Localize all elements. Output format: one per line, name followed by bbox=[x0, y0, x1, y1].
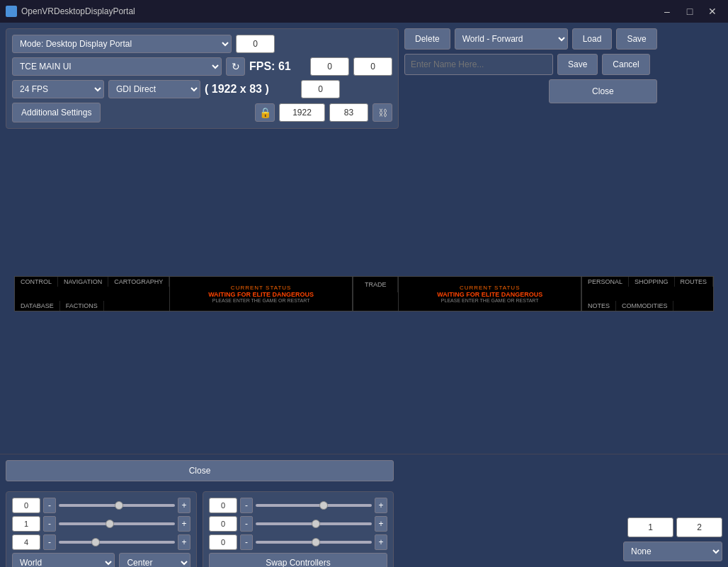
slider-right-track-1[interactable] bbox=[256, 522, 372, 525]
slider-left-val-2[interactable] bbox=[12, 534, 40, 550]
left-current-status: CURRENT STATUS bbox=[231, 285, 292, 291]
none-select[interactable]: None bbox=[623, 542, 722, 561]
left-status: CURRENT STATUS WAITING FOR ELITE DANGERO… bbox=[170, 277, 353, 311]
offset-y-input[interactable] bbox=[310, 57, 349, 76]
slider-left-plus-2[interactable]: + bbox=[178, 534, 190, 550]
slider-left-val-0[interactable] bbox=[12, 498, 40, 513]
slider-right-plus-2[interactable]: + bbox=[375, 534, 387, 550]
sliders-right-box: - + - + - bbox=[203, 491, 394, 567]
slider-left-track-2[interactable] bbox=[59, 541, 175, 544]
slider-right-val-0[interactable] bbox=[209, 498, 237, 513]
render-select[interactable]: GDI Direct bbox=[108, 80, 200, 98]
swap-row: Swap Controllers bbox=[209, 553, 387, 567]
top-panel: Mode: Desktop Display Portal TCE MAIN UI… bbox=[6, 23, 722, 134]
refresh-button[interactable]: ↻ bbox=[226, 57, 245, 76]
scale-input[interactable] bbox=[301, 80, 340, 98]
right-status-sub: PLEASE ENTER THE GAME OR RESTART bbox=[441, 298, 539, 303]
sliders-left-box: - + - + - bbox=[6, 491, 197, 567]
link-button[interactable]: ⛓ bbox=[372, 103, 392, 122]
slider-left-plus-0[interactable]: + bbox=[178, 498, 190, 513]
slider-left-minus-2[interactable]: - bbox=[43, 534, 56, 550]
height-input[interactable] bbox=[329, 103, 368, 122]
num-input-2[interactable] bbox=[676, 517, 722, 537]
fps-label: FPS: 61 bbox=[249, 60, 306, 73]
right-current-status: CURRENT STATUS bbox=[460, 285, 521, 291]
slider-right-plus-0[interactable]: + bbox=[375, 498, 387, 513]
close-main-button[interactable]: Close bbox=[549, 79, 657, 103]
source-select[interactable]: TCE MAIN UI bbox=[12, 57, 222, 76]
cartography-tab[interactable]: CARTOGRAPHY bbox=[108, 277, 169, 287]
cancel-button[interactable]: Cancel bbox=[602, 54, 649, 75]
fps-select[interactable]: 24 FPS bbox=[12, 80, 104, 98]
slider-right-track-0[interactable] bbox=[256, 504, 372, 507]
center-select[interactable]: Center bbox=[119, 553, 190, 567]
config-row-4: Additional Settings 🔒 ⛓ bbox=[12, 103, 392, 122]
offset-x-input[interactable] bbox=[236, 35, 275, 53]
config-row-2: TCE MAIN UI ↻ FPS: 61 bbox=[12, 57, 392, 76]
close-bottom-button[interactable]: Close bbox=[6, 460, 394, 481]
slider-right-0: - + bbox=[209, 498, 387, 513]
config-row-3: 24 FPS GDI Direct ( 1922 x 83 ) bbox=[12, 80, 392, 98]
right-row-3: Close bbox=[404, 79, 657, 103]
slider-left-plus-1[interactable]: + bbox=[178, 516, 190, 532]
bottom-dropdown-row: World Center bbox=[12, 553, 190, 567]
database-tab[interactable]: DATABASE bbox=[15, 301, 60, 311]
slider-left-2: - + bbox=[12, 534, 190, 550]
slider-right-val-2[interactable] bbox=[209, 534, 237, 550]
swap-controllers-button[interactable]: Swap Controllers bbox=[209, 553, 387, 567]
num-input-1[interactable] bbox=[627, 517, 673, 537]
window-close-button[interactable]: ✕ bbox=[703, 4, 722, 19]
world-select[interactable]: World bbox=[12, 553, 115, 567]
slider-right-minus-2[interactable]: - bbox=[240, 534, 253, 550]
slider-left-track-1[interactable] bbox=[59, 522, 175, 525]
slider-left-val-1[interactable] bbox=[12, 516, 40, 532]
right-row-1: Delete World - Forward Load Save bbox=[404, 28, 657, 50]
personal-tab[interactable]: PERSONAL bbox=[582, 277, 629, 287]
right-status: CURRENT STATUS WAITING FOR ELITE DANGERO… bbox=[399, 277, 581, 311]
lock-button[interactable]: 🔒 bbox=[255, 103, 275, 122]
additional-settings-button[interactable]: Additional Settings bbox=[12, 103, 101, 122]
commodities-tab[interactable]: COMMODITIES bbox=[616, 301, 674, 311]
right-row-2: Save Cancel bbox=[404, 54, 657, 75]
minimize-button[interactable]: – bbox=[657, 4, 677, 19]
slider-right-1: - + bbox=[209, 516, 387, 532]
width-input[interactable] bbox=[279, 103, 325, 122]
slider-right-minus-1[interactable]: - bbox=[240, 516, 253, 532]
notes-tab[interactable]: NOTES bbox=[582, 301, 616, 311]
routes-tab[interactable]: ROUTES bbox=[675, 277, 714, 287]
world-forward-select[interactable]: World - Forward bbox=[455, 28, 568, 50]
num-pair-1 bbox=[627, 517, 722, 537]
slider-left-minus-1[interactable]: - bbox=[43, 516, 56, 532]
right-controls: Delete World - Forward Load Save Save Ca… bbox=[404, 28, 657, 103]
navigation-tab[interactable]: NAVIGATION bbox=[58, 277, 108, 287]
left-status-main: WAITING FOR ELITE DANGEROUS bbox=[208, 291, 314, 298]
app-icon bbox=[6, 6, 17, 17]
window-controls: – □ ✕ bbox=[657, 4, 722, 19]
mode-select[interactable]: Mode: Desktop Display Portal bbox=[12, 35, 232, 53]
slider-right-track-2[interactable] bbox=[256, 541, 372, 544]
save2-button[interactable]: Save bbox=[557, 54, 598, 75]
slider-right-val-1[interactable] bbox=[209, 516, 237, 532]
delete-button[interactable]: Delete bbox=[404, 28, 450, 50]
factions-tab[interactable]: FACTIONS bbox=[60, 301, 104, 311]
right-status-main: WAITING FOR ELITE DANGEROUS bbox=[437, 291, 542, 298]
res-label: ( 1922 x 83 ) bbox=[205, 83, 297, 96]
config-row-1: Mode: Desktop Display Portal bbox=[12, 35, 392, 53]
save-button[interactable]: Save bbox=[616, 28, 656, 50]
slider-right-plus-1[interactable]: + bbox=[375, 516, 387, 532]
name-input[interactable] bbox=[404, 54, 553, 75]
offset-z-input[interactable] bbox=[353, 57, 392, 76]
maximize-button[interactable]: □ bbox=[680, 4, 700, 19]
slider-left-0: - + bbox=[12, 498, 190, 513]
slider-right-2: - + bbox=[209, 534, 387, 550]
slider-left-1: - + bbox=[12, 516, 190, 532]
slider-left-track-0[interactable] bbox=[59, 504, 175, 507]
load-button[interactable]: Load bbox=[572, 28, 613, 50]
trade-tab[interactable]: TRADE bbox=[353, 277, 399, 292]
left-status-sub: PLEASE ENTER THE GAME OR RESTART bbox=[212, 298, 310, 303]
control-tab[interactable]: CONTROL bbox=[15, 277, 58, 287]
config-box: Mode: Desktop Display Portal TCE MAIN UI… bbox=[6, 28, 399, 129]
slider-right-minus-0[interactable]: - bbox=[240, 498, 253, 513]
shopping-tab[interactable]: SHOPPING bbox=[629, 277, 675, 287]
slider-left-minus-0[interactable]: - bbox=[43, 498, 56, 513]
